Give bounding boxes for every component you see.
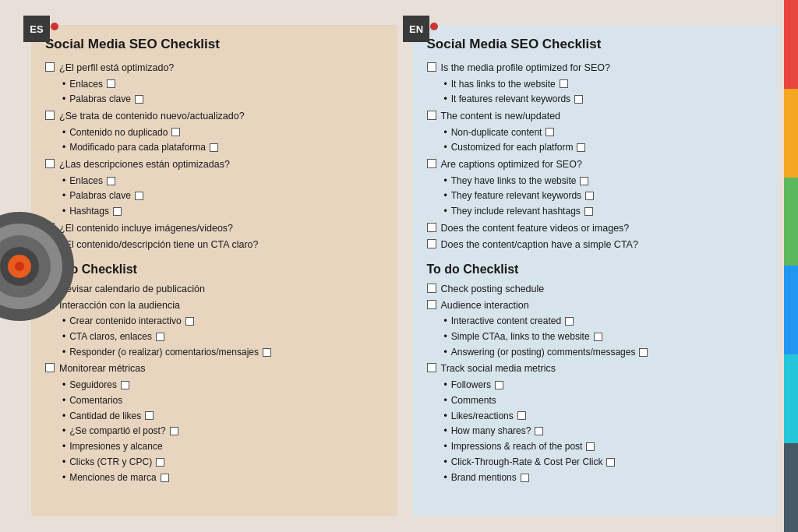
en-sub-cb-3-2[interactable] <box>585 192 594 200</box>
es-todo-sub-cb-2-3[interactable] <box>263 348 271 357</box>
en-sub-2-2: • Customized for each platform <box>444 141 765 154</box>
en-todo-sub-3-1: • Followers <box>444 379 765 392</box>
en-todo-sub-cb-3-3[interactable] <box>517 411 526 420</box>
en-seo-item-1: Is the media profile optimized for SEO? <box>427 62 765 76</box>
en-label: EN <box>409 23 423 35</box>
es-sub-cb-2-2[interactable] <box>210 143 218 152</box>
en-sub-1-1: • It has links to the website <box>444 78 765 91</box>
es-todo-sub-cb-3-1[interactable] <box>121 381 129 389</box>
es-seo-item-1: ¿El perfil está optimizado? <box>45 62 383 76</box>
es-todo-item-2: Interacción con la audiencia <box>45 299 383 313</box>
en-todo-item-1: Check posting schedule <box>427 283 765 297</box>
lang-badge-es: ES <box>23 16 50 42</box>
en-seo-item-2: The content is new/updated <box>427 110 765 124</box>
es-todo-sub-3-2: • Comentarios <box>62 394 383 407</box>
es-todo-sub-3-6: • Clicks (CTR y CPC) <box>62 456 383 469</box>
es-sub-cb-1-2[interactable] <box>135 95 143 104</box>
en-todo-cb-1[interactable] <box>427 284 436 293</box>
en-todo-sub-cb-2-3[interactable] <box>639 348 648 357</box>
en-todo-title: To do Checklist <box>427 262 765 277</box>
en-todo-sub-cb-3-4[interactable] <box>535 427 543 435</box>
en-todo-sub-cb-2-1[interactable] <box>565 317 574 326</box>
en-checkbox-1[interactable] <box>427 62 436 72</box>
en-todo-sub-cb-3-5[interactable] <box>586 442 595 451</box>
es-checkbox-2[interactable] <box>45 111 55 120</box>
en-sub-3-1: • They have links to the website <box>444 174 765 188</box>
en-checkbox-3[interactable] <box>427 159 436 168</box>
es-todo-sub-cb-3-7[interactable] <box>161 474 169 482</box>
en-todo-sub-cb-3-6[interactable] <box>606 458 615 467</box>
en-todo-sub-2-1: • Interactive content created <box>444 315 765 328</box>
es-sub-3-3: • Hashtags <box>62 205 383 218</box>
en-checkbox-5[interactable] <box>427 239 436 248</box>
en-todo-sub-3-6: • Click-Through-Rate & Cost Per Click <box>444 456 765 469</box>
es-todo-sub-cb-3-6[interactable] <box>156 458 164 467</box>
en-checkbox-4[interactable] <box>427 223 436 232</box>
en-todo-sub-2-2: • Simple CTAa, links to the website <box>444 330 765 344</box>
en-sub-3: • They have links to the website • They … <box>444 174 765 218</box>
es-seo-item-3: ¿Las descripciones están optimizadas? <box>45 158 383 172</box>
en-todo-sub-2: • Interactive content created • Simple C… <box>444 315 765 358</box>
es-todo-sub-cb-2-2[interactable] <box>156 333 164 341</box>
es-sub-1-2: • Palabras clave <box>62 93 383 106</box>
es-sub-cb-3-1[interactable] <box>107 177 115 185</box>
es-sub-cb-1-1[interactable] <box>107 79 115 88</box>
es-todo-item-1: Revisar calendario de publicación <box>45 283 383 297</box>
en-todo-cb-3[interactable] <box>427 363 436 372</box>
en-sub-1: • It has links to the website • It featu… <box>444 78 765 107</box>
en-seo-item-3: Are captions optimized for SEO? <box>427 158 765 172</box>
es-todo-sub-3-1: • Seguidores <box>62 379 383 392</box>
en-checkbox-2[interactable] <box>427 111 436 120</box>
left-decoration <box>0 208 78 325</box>
es-seo-item-2: ¿Se trata de contenido nuevo/actualizado… <box>45 110 383 124</box>
es-checkbox-1[interactable] <box>45 62 55 72</box>
en-todo-sub-3-5: • Impressions & reach of the post <box>444 440 765 453</box>
en-seo-item-4: Does the content feature videos or image… <box>427 222 765 236</box>
es-todo-sub-3: • Seguidores • Comentarios • Cantidad de… <box>62 379 383 484</box>
en-todo-sub-3-4: • How many shares? <box>444 425 765 438</box>
lang-badge-en: EN <box>403 16 429 42</box>
es-todo-sub-cb-3-3[interactable] <box>145 411 154 420</box>
en-todo-sub-cb-2-2[interactable] <box>594 333 602 341</box>
es-todo-sub-cb-2-1[interactable] <box>185 317 194 326</box>
en-sub-cb-2-2[interactable] <box>577 143 585 152</box>
es-sub-cb-3-3[interactable] <box>113 207 122 216</box>
es-todo-sub-3-7: • Menciones de marca <box>62 471 383 484</box>
es-seo-item-4: ¿El contenido incluye imágenes/videos? <box>45 222 383 236</box>
es-sub-2-1: • Contenido no duplicado <box>62 126 383 139</box>
es-sub-3-2: • Palabras clave <box>62 189 383 203</box>
es-checkbox-3[interactable] <box>45 159 55 168</box>
es-todo-sub-2-3: • Responder (o realizar) comentarios/men… <box>62 346 383 359</box>
en-todo-item-2: Audience interaction <box>427 299 765 313</box>
es-sub-cb-2-1[interactable] <box>171 128 180 136</box>
es-todo-sub-cb-3-4[interactable] <box>170 427 178 435</box>
en-sub-cb-3-3[interactable] <box>584 207 593 216</box>
en-seo-item-5: Does the content/caption have a simple C… <box>427 238 765 252</box>
es-todo-item-3: Monitorear métricas <box>45 362 383 376</box>
en-sub-cb-1-2[interactable] <box>574 95 583 104</box>
en-sub-cb-1-1[interactable] <box>560 79 568 88</box>
es-sub-1: • Enlaces • Palabras clave <box>62 78 383 107</box>
es-sub-2: • Contenido no duplicado • Modificado pa… <box>62 126 383 155</box>
es-todo-cb-3[interactable] <box>45 363 55 372</box>
es-todo-sub-3-5: • Impresiones y alcance <box>62 440 383 453</box>
en-todo-sub-cb-3-7[interactable] <box>521 474 529 482</box>
es-sub-3: • Enlaces • Palabras clave • Hashtags <box>62 174 383 218</box>
en-todo-item-3: Track social media metrics <box>427 362 765 376</box>
en-sub-2: • Non-duplicate content • Customized for… <box>444 126 765 155</box>
en-sub-3-3: • They include relevant hashtags <box>444 205 765 218</box>
en-sub-cb-2-1[interactable] <box>546 128 554 136</box>
es-todo-sub-2-1: • Crear contenido interactivo <box>62 315 383 328</box>
es-sub-2-2: • Modificado para cada plataforma <box>62 141 383 154</box>
en-sub-cb-3-1[interactable] <box>580 177 588 185</box>
en-todo-cb-2[interactable] <box>427 300 436 309</box>
es-todo-sub-3-3: • Cantidad de likes <box>62 410 383 423</box>
es-sub-cb-3-2[interactable] <box>135 192 143 200</box>
en-todo-sub-3-7: • Brand mentions <box>444 471 765 484</box>
en-dot <box>430 23 438 30</box>
en-sub-2-1: • Non-duplicate content <box>444 126 765 139</box>
en-todo-sub-cb-3-1[interactable] <box>495 381 503 389</box>
en-todo-sub-3: • Followers • Comments • Likes/reactions… <box>444 379 765 484</box>
es-sub-1-1: • Enlaces <box>62 78 383 91</box>
en-panel-title: Social Media SEO Checklist <box>427 37 765 52</box>
